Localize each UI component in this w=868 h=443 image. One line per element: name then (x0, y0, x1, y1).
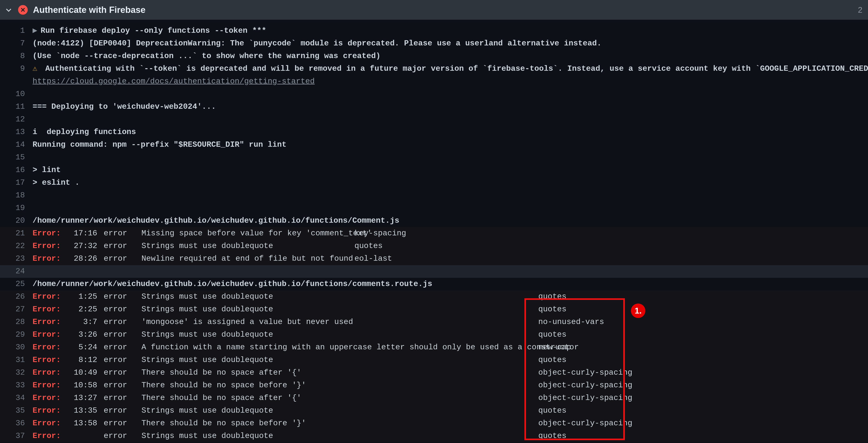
line-number: 30 (0, 341, 33, 354)
lint-type: error (104, 341, 142, 354)
log-line (33, 202, 868, 214)
annotation-badge: 1. (631, 303, 645, 318)
lint-row: 36 Error:13:58errorThere should be no sp… (0, 417, 868, 430)
lint-location: 28:26 (69, 253, 104, 265)
lint-rule: quotes (538, 430, 627, 442)
line-number: 35 (0, 405, 33, 417)
line-number: 21 (0, 227, 33, 240)
lint-type: error (104, 316, 142, 328)
log-line: ⚠ Authenticating with `--token` is depre… (33, 62, 868, 75)
log-line (33, 88, 868, 100)
severity: Error: (33, 366, 69, 379)
lint-rule: quotes (538, 290, 627, 303)
line-number: 16 (0, 164, 33, 176)
line-number: 9 (0, 62, 33, 75)
lint-message: Strings must use doublequote (142, 240, 354, 253)
lint-type: error (104, 366, 142, 379)
severity: Error: (33, 328, 69, 341)
lint-type: error (104, 392, 142, 405)
log-line (33, 113, 868, 126)
line-number: 7 (0, 37, 33, 50)
lint-type: error (104, 405, 142, 417)
line-number: 28 (0, 316, 33, 328)
lint-message: A function with a name starting with an … (142, 341, 538, 354)
lint-rule: eol-last (354, 253, 435, 265)
lint-rule: object-curly-spacing (538, 366, 627, 379)
lint-row: 37 Error:errorStrings must use doublequo… (0, 430, 868, 442)
lint-type: error (104, 240, 142, 253)
warning-icon: ⚠ (33, 62, 40, 75)
line-number: 17 (0, 176, 33, 189)
log-line: i deploying functions (33, 126, 868, 139)
severity: Error: (33, 227, 69, 240)
line-number: 27 (0, 303, 33, 316)
severity: Error: (33, 316, 69, 328)
lint-location: 13:58 (69, 417, 104, 430)
lint-type: error (104, 430, 142, 442)
lint-rule: quotes (538, 328, 627, 341)
lint-message: 'mongoose' is assigned a value but never… (142, 316, 538, 328)
line-number (0, 75, 33, 88)
lint-row: 26 Error:1:25errorStrings must use doubl… (0, 290, 868, 303)
lint-message: Strings must use doublequote (142, 405, 538, 417)
lint-message: Strings must use doublequote (142, 290, 538, 303)
lint-type: error (104, 379, 142, 392)
lint-type: error (104, 328, 142, 341)
docs-link[interactable]: https://cloud.google.com/docs/authentica… (33, 77, 315, 86)
line-number: 12 (0, 113, 33, 126)
severity: Error: (33, 290, 69, 303)
lint-rule: object-curly-spacing (538, 417, 627, 430)
lint-type: error (104, 227, 142, 240)
line-number: 11 (0, 100, 33, 113)
severity: Error: (33, 417, 69, 430)
lint-rule: object-curly-spacing (538, 392, 627, 405)
lint-type: error (104, 417, 142, 430)
log-line: === Deploying to 'weichudev-web2024'... (33, 100, 868, 113)
log-line (33, 151, 868, 164)
severity: Error: (33, 253, 69, 265)
header-right-hint: 2 (858, 5, 862, 14)
severity: Error: (33, 354, 69, 366)
lint-location: 2:25 (69, 303, 104, 316)
lint-message: There should be no space before '}' (142, 417, 538, 430)
lint-row: 35 Error:13:35errorStrings must use doub… (0, 405, 868, 417)
severity: Error: (33, 430, 69, 442)
lint-row: 31 Error:8:12errorStrings must use doubl… (0, 354, 868, 366)
log-line: https://cloud.google.com/docs/authentica… (33, 75, 868, 88)
line-number: 33 (0, 379, 33, 392)
log-line (33, 189, 868, 202)
chevron-down-icon[interactable] (4, 6, 13, 14)
line-number: 18 (0, 189, 33, 202)
file-path: /home/runner/work/weichudev.github.io/we… (33, 278, 868, 290)
severity: Error: (33, 392, 69, 405)
step-header[interactable]: Authenticate with Firebase 2 (0, 0, 868, 20)
log-line[interactable]: ▶Run firebase deploy --only functions --… (33, 25, 868, 37)
lint-row: 23 Error:28:26errorNewline required at e… (0, 253, 868, 265)
severity: Error: (33, 303, 69, 316)
lint-row: 27 Error:2:25errorStrings must use doubl… (0, 303, 868, 316)
lint-message: Strings must use doublequote (142, 328, 538, 341)
caret-right-icon[interactable]: ▶ (33, 25, 40, 37)
line-number: 32 (0, 366, 33, 379)
lint-rule: no-unused-vars (538, 316, 627, 328)
lint-message: Strings must use doublequote (142, 430, 538, 442)
line-number: 29 (0, 328, 33, 341)
lint-message: Strings must use doublequote (142, 354, 538, 366)
lint-location: 1:25 (69, 290, 104, 303)
line-number: 14 (0, 139, 33, 151)
line-number: 10 (0, 88, 33, 100)
lint-location: 5:24 (69, 341, 104, 354)
line-number: 15 (0, 151, 33, 164)
lint-rule: quotes (354, 240, 435, 253)
lint-row: 34 Error:13:27errorThere should be no sp… (0, 392, 868, 405)
log-line: 24 (0, 265, 868, 278)
lint-message: There should be no space before '}' (142, 379, 538, 392)
line-number: 25 (0, 278, 33, 290)
line-number: 19 (0, 202, 33, 214)
line-number: 8 (0, 50, 33, 62)
line-number: 20 (0, 214, 33, 227)
lint-row: 28 Error:3:7error'mongoose' is assigned … (0, 316, 868, 328)
lint-location: 13:27 (69, 392, 104, 405)
log-line: Running command: npm --prefix "$RESOURCE… (33, 139, 868, 151)
lint-location: 8:12 (69, 354, 104, 366)
